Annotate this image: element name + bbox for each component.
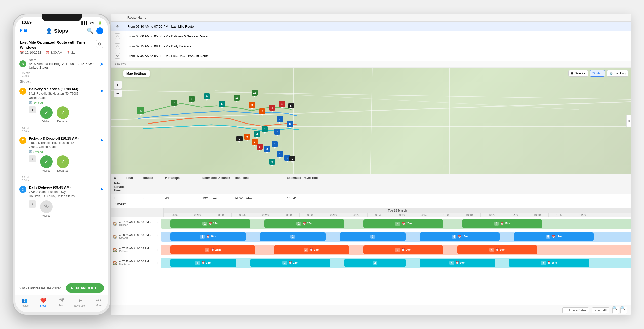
- tl-bar-2-1[interactable]: 1 ⏰ 18m: [170, 232, 246, 241]
- tl-bar-4-5[interactable]: 5 ⏰ 15m: [509, 259, 589, 267]
- tl-bar-1-1[interactable]: 1 ⏰ 15m: [170, 219, 250, 228]
- tl-bar-3-2[interactable]: 2 ⏰ 18m: [274, 245, 349, 254]
- route-row-4[interactable]: ⚙ From 07:45 AM to 05:00 PM - Pick-Up & …: [111, 51, 631, 61]
- route-settings-button[interactable]: ⚙: [96, 40, 103, 48]
- replan-route-button[interactable]: REPLAN ROUTE: [66, 283, 104, 293]
- route-row-2[interactable]: ⚙ From 08:00 AM to 05:00 PM - Delivery &…: [111, 31, 631, 41]
- add-button[interactable]: +: [96, 27, 103, 34]
- replan-bar: 2 of 21 addresses are visited REPLAN ROU…: [15, 281, 108, 295]
- map-marker-t1[interactable]: 9: [204, 93, 210, 99]
- route-settings-icon-2[interactable]: ⚙: [115, 33, 120, 39]
- visited-circle-1: ✓: [40, 106, 53, 119]
- tl-bar-3-4[interactable]: 4 ⏰ 15m: [457, 245, 537, 254]
- map-marker-e3[interactable]: E: [289, 156, 295, 161]
- route-row-1[interactable]: ⚙ From 07:30 AM to 07:00 PM - Last Mile …: [111, 22, 631, 31]
- tl-bar-1-4[interactable]: 4 ⏰ 15m: [462, 219, 542, 228]
- tl-bar-4-3[interactable]: 3: [344, 259, 406, 267]
- map-marker-b2[interactable]: 8: [287, 121, 293, 127]
- zoom-all-button[interactable]: Zoom All: [592, 307, 609, 313]
- tl-bar-2-5[interactable]: 5 ⏰ 17m: [514, 232, 594, 241]
- departed-label-2: Departed: [57, 169, 68, 172]
- stops-scroll[interactable]: S Start 8549 Almeda Rd Bldg. A, Houston,…: [15, 56, 108, 281]
- map-marker-t2[interactable]: 6: [219, 101, 225, 107]
- stop-item-2[interactable]: 2 Pick-up & Drop-off (10:15 AM) 11820 Di…: [18, 134, 105, 175]
- satellite-button[interactable]: ⊞ Satellite: [568, 70, 588, 77]
- zoom-in-timeline-button[interactable]: 🔍+: [612, 307, 619, 314]
- route-row-3[interactable]: ⚙ From 07:15 AM to 08:15 PM - Daily Deli…: [111, 41, 631, 51]
- tl-bar-4-4[interactable]: 4 ⏰ 19m: [420, 259, 495, 267]
- tab-map[interactable]: 🗺 Map: [52, 297, 71, 307]
- tl-bar-1-3[interactable]: ✓ ⏰ 20m: [363, 219, 443, 228]
- row-more-btn-2[interactable]: ⋮: [156, 235, 159, 238]
- map-marker-bd1[interactable]: 3: [277, 151, 283, 157]
- timeline-label-spacer: [111, 208, 164, 217]
- zoom-in-button[interactable]: +: [114, 81, 122, 89]
- row-more-btn-3[interactable]: ⋮: [156, 248, 159, 251]
- map-marker-b1[interactable]: 9: [277, 116, 283, 122]
- map-marker-g2[interactable]: 8: [189, 96, 195, 102]
- map-marker-tc1[interactable]: 5: [262, 126, 268, 132]
- col-actions: [597, 16, 627, 19]
- search-button[interactable]: 🔍: [87, 28, 93, 34]
- map-marker-o2[interactable]: 2: [259, 108, 265, 114]
- map-marker-bc1[interactable]: 5: [272, 141, 278, 147]
- map-marker-r2[interactable]: 2: [279, 101, 285, 107]
- timeline-bars-4: 1 ⏰ 14m 2 ⏰ 22m 3 4 ⏰ 19m: [161, 256, 631, 269]
- timeline-label-4: 🏠 n 07:45 AM to 05:00 PM - Pick-Up &... …: [111, 259, 161, 267]
- visited-btn-3[interactable]: 👁 Visited: [40, 200, 53, 217]
- ignore-dates-button[interactable]: ☐ Ignore Dates: [562, 307, 589, 313]
- tab-more[interactable]: ••• More: [89, 297, 108, 307]
- map-marker-tc2[interactable]: 4: [254, 131, 260, 137]
- tick-1100: 11:00: [571, 213, 594, 217]
- map-collapse-button[interactable]: «: [626, 115, 631, 127]
- row-more-btn-4[interactable]: ⋮: [156, 261, 159, 264]
- map-marker-e1[interactable]: E: [288, 103, 294, 108]
- map-marker-e2[interactable]: E: [236, 136, 243, 141]
- tab-stops[interactable]: ❤️ Stops: [34, 297, 53, 307]
- tl-bar-2-4[interactable]: 4 ⏰ 15m: [420, 232, 500, 241]
- edit-button[interactable]: Edit: [20, 28, 27, 33]
- map-marker-g1[interactable]: 7: [171, 100, 177, 106]
- map-marker-rc1[interactable]: 6: [257, 144, 263, 150]
- stop-num-2-3: 3: [370, 235, 375, 239]
- visited-btn-2[interactable]: ✓ Visited: [40, 155, 53, 172]
- distance-1: 16 min7.60 mi: [18, 71, 105, 77]
- zoom-out-timeline-button[interactable]: 🔍−: [620, 307, 627, 314]
- departed-btn-1[interactable]: ✓ Departed: [57, 106, 69, 123]
- zoom-out-button[interactable]: −: [114, 89, 122, 97]
- tl-bar-4-2[interactable]: 2 ⏰ 22m: [250, 259, 330, 267]
- time-info-3-3: ⏰ 20m: [401, 248, 411, 251]
- tab-routes[interactable]: 👥 Routes: [15, 297, 34, 307]
- route-settings-icon-3[interactable]: ⚙: [115, 43, 120, 49]
- tl-bar-3-3[interactable]: 3 ⏰ 20m: [363, 245, 443, 254]
- row-more-btn-1[interactable]: ⋮: [156, 222, 159, 225]
- tl-bar-1-2[interactable]: 2 ⏰ 17m: [264, 219, 344, 228]
- route-settings-icon-4[interactable]: ⚙: [115, 53, 120, 59]
- stop-nav-arrow-2[interactable]: ➤: [100, 137, 104, 172]
- map-marker-o1[interactable]: 3: [249, 102, 255, 108]
- tl-bar-4-1[interactable]: 1 ⏰ 14m: [170, 259, 236, 267]
- map-marker-td1[interactable]: 5: [269, 159, 275, 165]
- map-marker-g4[interactable]: 12: [252, 90, 258, 96]
- tl-bar-2-2[interactable]: 2: [260, 232, 326, 241]
- stop-num-2-5: 5: [546, 235, 551, 239]
- stats-row-icon: ⬇: [114, 196, 124, 200]
- map-marker-b3[interactable]: 7: [274, 129, 280, 135]
- departed-btn-2[interactable]: ✓ Departed: [57, 155, 69, 172]
- tl-bar-3-1[interactable]: 1 ⏰ 23m: [170, 245, 255, 254]
- tracking-button[interactable]: 📡 Tracking: [607, 70, 628, 77]
- tab-navigation[interactable]: ➤ Navigation: [71, 297, 90, 307]
- stop-nav-arrow-1[interactable]: ➤: [100, 88, 104, 123]
- stop-item-3[interactable]: 3 Daily Delivery (09:45 AM) 7635 S Sam H…: [18, 183, 105, 220]
- map-marker-g3[interactable]: 11: [234, 95, 240, 101]
- visited-btn-1[interactable]: ✓ Visited: [40, 106, 53, 123]
- map-button[interactable]: 🗺 Map: [590, 70, 605, 77]
- map-marker-r1[interactable]: 3: [269, 105, 275, 111]
- map-marker-bc2[interactable]: 6: [264, 146, 270, 152]
- map-marker-oc1[interactable]: 9: [244, 134, 250, 140]
- stop-item-1[interactable]: 1 Delivery & Service (11:00 AM) 3418 Rev…: [18, 85, 105, 126]
- map-marker-s[interactable]: S: [137, 107, 144, 114]
- route-settings-icon-1[interactable]: ⚙: [115, 24, 120, 29]
- stop-nav-arrow-3[interactable]: ➤: [100, 186, 104, 217]
- tl-bar-2-3[interactable]: 3: [340, 232, 406, 241]
